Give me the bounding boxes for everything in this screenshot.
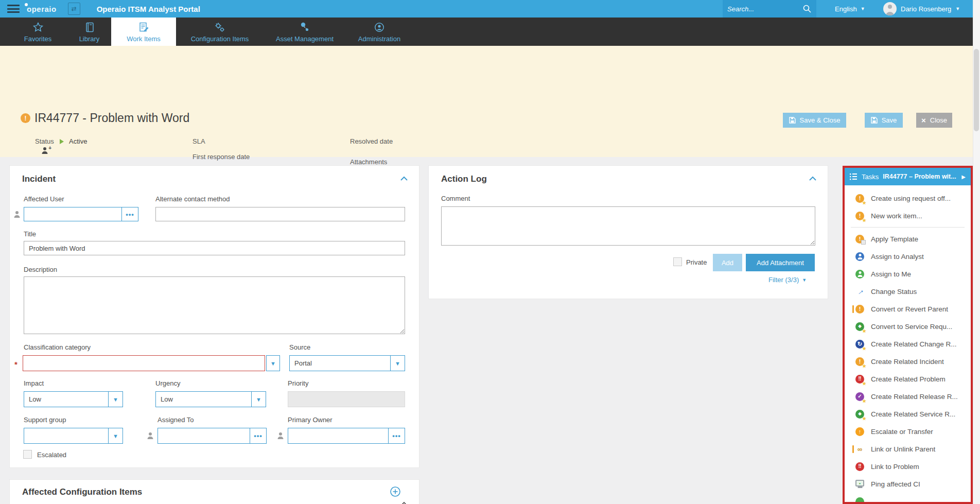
- nav-item-favorites[interactable]: Favorites: [8, 18, 67, 46]
- nav-item-configuration-items[interactable]: Configuration Items: [176, 18, 264, 46]
- vertical-scrollbar[interactable]: [973, 0, 980, 504]
- support-group-select[interactable]: ▼: [24, 428, 123, 444]
- work-item-title: IR44777 - Problem with Word: [34, 111, 189, 125]
- task-item[interactable]: Create Related Release R...: [845, 388, 971, 405]
- close-button[interactable]: × Close: [916, 113, 952, 128]
- comment-textarea[interactable]: [441, 206, 815, 246]
- save-and-close-button[interactable]: Save & Close: [783, 113, 846, 128]
- collapse-chevron-icon[interactable]: [400, 501, 408, 504]
- task-item-label: Assign to Me: [871, 270, 911, 278]
- private-checkbox[interactable]: [673, 257, 682, 266]
- action-log-heading: Action Log: [441, 174, 487, 184]
- affected-user-field[interactable]: •••: [24, 207, 138, 221]
- ellipsis-lookup-icon[interactable]: •••: [250, 428, 266, 443]
- task-item[interactable]: Create Related Change R...: [845, 335, 971, 353]
- task-item[interactable]: Link or Unlink Parent: [845, 440, 971, 458]
- urgency-select[interactable]: Low ▼: [155, 391, 266, 407]
- task-item[interactable]: Apply Template: [845, 230, 971, 248]
- swap-view-icon[interactable]: ⇄: [68, 3, 80, 15]
- incident-panel: Incident Affected User ••• Alternate con…: [10, 166, 419, 467]
- asset-icon: [299, 21, 311, 33]
- chevron-down-icon: ▼: [861, 6, 865, 11]
- hamburger-menu-icon[interactable]: [7, 5, 20, 13]
- task-item[interactable]: Link to Problem: [845, 458, 971, 475]
- task-item[interactable]: Create Related Service R...: [845, 405, 971, 423]
- language-selector[interactable]: English ▼: [835, 0, 865, 18]
- task-item-label: Ping affected CI: [871, 480, 920, 488]
- ellipsis-lookup-icon[interactable]: •••: [121, 207, 138, 221]
- nav-item-label: Library: [79, 35, 100, 43]
- dropdown-caret-icon[interactable]: ▼: [108, 428, 122, 443]
- nav-item-administration[interactable]: Administration: [346, 18, 413, 46]
- search-icon[interactable]: [802, 4, 812, 13]
- task-item[interactable]: Create using request off...: [845, 189, 971, 207]
- save-and-close-label: Save & Close: [800, 116, 841, 124]
- incident-alert-icon: !: [21, 113, 30, 123]
- affected-user-label: Affected User: [24, 195, 64, 203]
- task-divider: [851, 227, 965, 228]
- private-label: Private: [686, 258, 707, 266]
- scrollbar-thumb[interactable]: [974, 49, 979, 131]
- task-item[interactable]: Change Status: [845, 283, 971, 300]
- assigned-to-value: [158, 428, 250, 443]
- task-item-label: Escalate or Transfer: [871, 428, 933, 436]
- dropdown-caret-icon[interactable]: ▼: [108, 392, 122, 407]
- person-icon: [277, 432, 284, 439]
- status-active-icon: [60, 139, 64, 144]
- classification-input[interactable]: [23, 355, 265, 371]
- task-item[interactable]: New work item...: [845, 207, 971, 224]
- search-input[interactable]: [727, 5, 802, 13]
- add-button[interactable]: Add: [713, 254, 742, 271]
- task-item[interactable]: Convert or Revert Parent: [845, 300, 971, 318]
- description-label: Description: [24, 266, 57, 273]
- incident-heading: Incident: [22, 174, 56, 184]
- task-item[interactable]: Create Related Problem: [845, 370, 971, 388]
- nav-item-library[interactable]: Library: [67, 18, 111, 46]
- assigned-to-field[interactable]: •••: [157, 428, 267, 444]
- source-select[interactable]: Portal ▼: [289, 355, 405, 371]
- save-label: Save: [882, 116, 897, 124]
- filter-link[interactable]: Filter (3/3) ▼: [768, 276, 807, 284]
- add-attachment-button[interactable]: Add Attachment: [746, 254, 815, 271]
- save-button[interactable]: Save: [865, 113, 903, 128]
- escalated-label: Escalated: [37, 451, 66, 459]
- task-item[interactable]: [845, 493, 971, 504]
- impact-select[interactable]: Low ▼: [24, 391, 123, 407]
- task-list-icon: [850, 173, 857, 180]
- escalated-checkbox[interactable]: [23, 450, 32, 459]
- dropdown-caret-icon[interactable]: ▼: [390, 356, 405, 371]
- task-item[interactable]: Escalate or Transfer: [845, 423, 971, 440]
- app-title: Operaio ITSM Analyst Portal: [97, 5, 200, 13]
- tasks-panel-header[interactable]: Tasks IR44777 – Problem wit... ▶: [845, 168, 971, 185]
- task-item[interactable]: Convert to Service Requ...: [845, 318, 971, 335]
- expand-panel-icon[interactable]: ▶: [961, 174, 966, 180]
- incident-new-icon: [855, 194, 864, 203]
- ellipsis-lookup-icon[interactable]: •••: [388, 428, 405, 443]
- search-box[interactable]: [723, 0, 816, 18]
- task-item[interactable]: Assign to Me: [845, 265, 971, 283]
- task-item-label: Change Status: [871, 288, 917, 296]
- add-ci-plus-icon[interactable]: [390, 486, 401, 497]
- task-item[interactable]: Ping affected CI: [845, 475, 971, 493]
- title-input[interactable]: Problem with Word: [24, 241, 405, 255]
- assign-me-icon: [855, 270, 864, 279]
- collapse-chevron-icon[interactable]: [400, 176, 408, 181]
- dropdown-caret-icon[interactable]: ▼: [251, 392, 266, 407]
- task-item[interactable]: Assign to Analyst: [845, 248, 971, 265]
- task-item-label: Create Related Service R...: [871, 410, 955, 418]
- classification-dropdown-icon[interactable]: ▼: [266, 355, 280, 371]
- collapse-chevron-icon[interactable]: [809, 176, 817, 181]
- primary-owner-field[interactable]: •••: [288, 428, 405, 444]
- impact-label: Impact: [24, 379, 44, 387]
- nav-item-work-items[interactable]: Work Items: [111, 18, 176, 46]
- nav-item-asset-management[interactable]: Asset Management: [264, 18, 346, 46]
- task-item[interactable]: Create Related Incident: [845, 353, 971, 370]
- assigned-to-label: Assigned To: [157, 416, 194, 424]
- description-textarea[interactable]: [24, 276, 405, 334]
- incident-new-icon: [855, 212, 864, 220]
- tasks-header-label: Tasks: [862, 173, 879, 181]
- user-menu[interactable]: Dario Rosenberg ▼: [883, 0, 960, 18]
- task-item-label: Convert to Service Requ...: [871, 323, 952, 331]
- affected-ci-panel: Affected Configuration Items: [10, 480, 419, 504]
- alternate-contact-input[interactable]: [155, 207, 405, 221]
